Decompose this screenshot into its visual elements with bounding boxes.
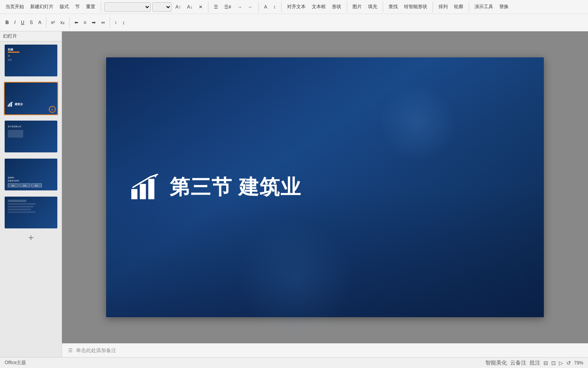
shape-btn[interactable]: 形状 bbox=[330, 3, 344, 11]
strikethrough-btn[interactable]: S bbox=[28, 19, 35, 26]
line-spacing-format-btn[interactable]: ↕ bbox=[112, 19, 119, 26]
svg-rect-0 bbox=[8, 105, 9, 107]
section-btn[interactable]: 节 bbox=[73, 3, 82, 11]
italic-btn[interactable]: I bbox=[12, 19, 18, 26]
slide-thumb-inner-2: 建筑业 + bbox=[5, 83, 57, 114]
underline-btn[interactable]: U bbox=[19, 19, 27, 26]
outline-btn[interactable]: 轮廓 bbox=[452, 3, 466, 11]
font-size-select[interactable] bbox=[152, 2, 172, 12]
text-box-btn[interactable]: 文本框 bbox=[309, 3, 328, 11]
font-color-format-btn[interactable]: A bbox=[36, 19, 44, 26]
align-center-btn[interactable]: ≡ bbox=[81, 19, 89, 26]
slide-thumbnail-1[interactable]: 实操 班 架桐 bbox=[4, 44, 58, 77]
add-slide-button[interactable] bbox=[26, 233, 36, 242]
thumb-1-line1: 实操 bbox=[8, 48, 54, 52]
toolbar: 当页开始 新建幻灯片 版式 节 重置 A↑ A↓ ✕ ☰ ☰# → ← A ↕ … bbox=[0, 0, 588, 31]
thumb-4-table: 数据 数据 数据 bbox=[8, 183, 54, 187]
font-size-increase-btn[interactable]: A↑ bbox=[173, 3, 183, 10]
svg-rect-1 bbox=[9, 104, 10, 107]
slide-canvas-container[interactable]: 第三节 建筑业 bbox=[62, 31, 588, 343]
add-icon bbox=[28, 235, 34, 241]
annotate-btn[interactable]: 批注 bbox=[530, 359, 540, 366]
superscript-btn[interactable]: x² bbox=[49, 19, 57, 26]
notes-icon: ☰ bbox=[68, 347, 73, 353]
toolbar-row1: 当页开始 新建幻灯片 版式 节 重置 A↑ A↓ ✕ ☰ ☰# → ← A ↕ … bbox=[0, 0, 588, 14]
clear-format-btn[interactable]: ✕ bbox=[196, 3, 205, 10]
arrange-btn[interactable]: 排列 bbox=[436, 3, 450, 11]
svg-rect-8 bbox=[148, 179, 155, 199]
slide-thumbnail-2[interactable]: 建筑业 + bbox=[4, 82, 58, 115]
justify-btn[interactable]: ⇔ bbox=[99, 19, 107, 26]
bar-chart-up-icon bbox=[129, 174, 160, 201]
thumb-2-content: 建筑业 bbox=[8, 102, 23, 107]
current-page-start-btn[interactable]: 当页开始 bbox=[3, 3, 26, 11]
separator-6 bbox=[383, 2, 383, 12]
present-btn[interactable]: ▷ bbox=[559, 360, 563, 366]
separator-4 bbox=[281, 2, 282, 12]
main-content: 幻灯片 实操 班 架桐 bbox=[0, 31, 588, 357]
font-size-decrease-btn[interactable]: A↓ bbox=[185, 3, 195, 10]
deco-circle-1 bbox=[237, 220, 354, 337]
view-grid-btn[interactable]: ⊡ bbox=[551, 360, 556, 366]
search-btn[interactable]: 查找 bbox=[386, 3, 400, 11]
thumb-1-line3: 架桐 bbox=[8, 59, 54, 61]
new-slide-btn[interactable]: 新建幻灯片 bbox=[28, 3, 56, 11]
align-left-btn[interactable]: ⬅︎ bbox=[72, 19, 81, 26]
theme-label: Office主题 bbox=[5, 359, 26, 366]
bullet-list-btn[interactable]: ☰ bbox=[211, 3, 220, 10]
thumb-3-content: 某工程有限公司 bbox=[8, 125, 23, 138]
present-tools-btn[interactable]: 演示工具 bbox=[472, 3, 495, 11]
slide-main-content[interactable]: 第三节 建筑业 bbox=[129, 174, 301, 201]
align-right-btn[interactable]: ➡︎ bbox=[89, 19, 98, 26]
numbered-list-btn[interactable]: ☰# bbox=[222, 3, 234, 10]
line-spacing-btn[interactable]: ↕ bbox=[271, 3, 278, 10]
thumb-5-content bbox=[8, 200, 54, 225]
font-color-btn[interactable]: A bbox=[262, 3, 270, 10]
indent-decrease-btn[interactable]: ← bbox=[246, 3, 255, 10]
slide-thumbnail-4[interactable]: 税率9% 加算率为10% 数据 数据 数据 bbox=[4, 158, 58, 191]
slide-thumbnail-3[interactable]: 某工程有限公司 bbox=[4, 120, 58, 153]
comment-btn[interactable]: 云备注 bbox=[510, 359, 526, 366]
bold-btn[interactable]: B bbox=[3, 19, 11, 26]
sep-format-1 bbox=[46, 17, 46, 28]
thumb-1-line2: 班 bbox=[8, 54, 54, 58]
thumb-4-line2: 加算率为10% bbox=[8, 180, 54, 182]
sep-format-2 bbox=[69, 17, 70, 28]
font-family-select[interactable] bbox=[104, 2, 151, 12]
reset-btn[interactable]: 重置 bbox=[84, 3, 98, 11]
svg-rect-7 bbox=[140, 184, 146, 199]
paragraph-spacing-btn[interactable]: ↨ bbox=[120, 19, 127, 26]
image-btn[interactable]: 图片 bbox=[350, 3, 364, 11]
separator-1 bbox=[101, 2, 101, 12]
smart-btn[interactable]: 智能美化 bbox=[485, 359, 507, 366]
status-left: Office主题 bbox=[5, 359, 26, 366]
deco-circle-2 bbox=[379, 83, 456, 161]
view-normal-btn[interactable]: ⊟ bbox=[543, 360, 548, 366]
indent-increase-btn[interactable]: → bbox=[235, 3, 244, 10]
fill-btn[interactable]: 填充 bbox=[366, 3, 380, 11]
thumb-1-bar bbox=[8, 52, 19, 53]
align-text-btn[interactable]: 对齐文本 bbox=[285, 3, 308, 11]
slide-thumbnail-5[interactable] bbox=[4, 196, 58, 229]
slide-thumb-inner-5 bbox=[5, 197, 57, 228]
refresh-btn[interactable]: ↺ bbox=[566, 360, 571, 366]
slide-thumb-inner-3: 某工程有限公司 bbox=[5, 121, 57, 152]
slide-canvas[interactable]: 第三节 建筑业 bbox=[106, 57, 544, 317]
subscript-btn[interactable]: x₂ bbox=[58, 19, 67, 26]
slide-thumb-inner-1: 实操 班 架桐 bbox=[5, 45, 57, 76]
thumb-4-line1: 税率9% bbox=[8, 176, 54, 179]
separator-8 bbox=[469, 2, 469, 12]
svg-rect-2 bbox=[11, 103, 12, 107]
replace-btn[interactable]: 替换 bbox=[497, 3, 511, 11]
layout-btn[interactable]: 版式 bbox=[57, 3, 71, 11]
slide-title[interactable]: 第三节 建筑业 bbox=[170, 174, 301, 201]
toolbar-row2: B I U S A x² x₂ ⬅︎ ≡ ➡︎ ⇔ ↕ ↨ bbox=[0, 14, 588, 31]
notes-bar: ☰ 单击此处添加备注 bbox=[62, 343, 588, 357]
smart-shape-btn[interactable]: 转智能形状 bbox=[402, 3, 430, 11]
thumb-3-logo bbox=[8, 130, 23, 138]
thumb-1-content: 实操 班 架桐 bbox=[8, 48, 54, 61]
thumb-2-add[interactable]: + bbox=[49, 106, 56, 113]
sep-format-3 bbox=[110, 17, 110, 28]
svg-rect-6 bbox=[131, 189, 138, 199]
notes-placeholder[interactable]: 单击此处添加备注 bbox=[76, 347, 116, 354]
